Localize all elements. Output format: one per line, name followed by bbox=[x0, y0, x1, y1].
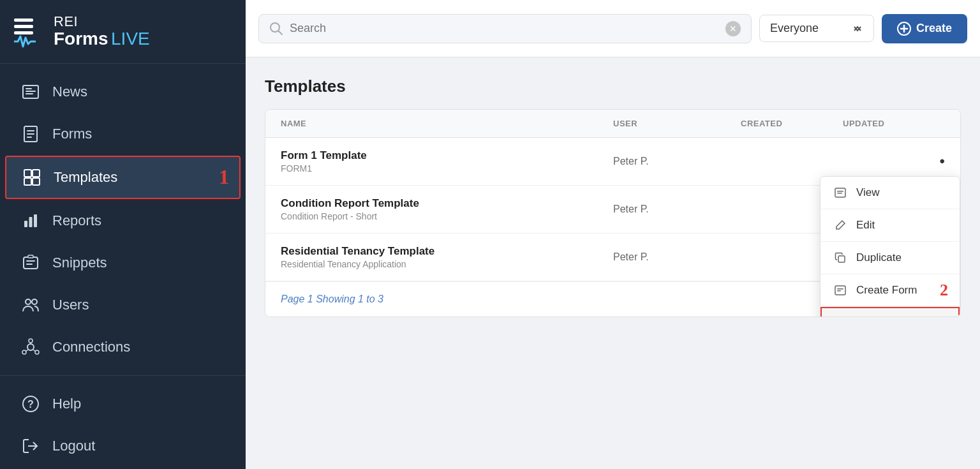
edit-icon bbox=[833, 218, 847, 232]
search-clear-button[interactable]: ✕ bbox=[725, 21, 741, 36]
row-1-name-sub: FORM1 bbox=[281, 163, 613, 174]
svg-point-27 bbox=[35, 350, 39, 354]
chevron-icon bbox=[852, 23, 863, 34]
svg-rect-21 bbox=[28, 255, 33, 258]
svg-rect-2 bbox=[14, 31, 33, 34]
svg-rect-20 bbox=[26, 264, 33, 265]
topbar: ✕ Everyone Create bbox=[246, 0, 980, 57]
sidebar-label-news: News bbox=[52, 84, 87, 100]
svg-rect-5 bbox=[26, 91, 36, 92]
row-1-menu-button[interactable]: • bbox=[843, 153, 945, 170]
svg-rect-41 bbox=[837, 193, 842, 194]
templates-table: NAME USER CREATED UPDATED Form 1 Templat… bbox=[265, 109, 961, 317]
sidebar-item-templates[interactable]: Templates 1 bbox=[5, 156, 241, 199]
sidebar-label-snippets: Snippets bbox=[52, 255, 107, 271]
templates-icon bbox=[22, 167, 42, 188]
row-1-name-main: Form 1 Template bbox=[281, 149, 613, 162]
app-logo: REI Forms LIVE bbox=[0, 0, 246, 64]
svg-rect-6 bbox=[26, 93, 33, 94]
sidebar-item-snippets[interactable]: Snippets bbox=[5, 242, 241, 283]
svg-text:?: ? bbox=[27, 399, 34, 410]
logout-icon bbox=[20, 436, 41, 456]
row-2-name-sub: Condition Report - Short bbox=[281, 211, 613, 221]
sidebar-nav: News Forms bbox=[0, 64, 246, 375]
svg-rect-19 bbox=[26, 260, 35, 262]
row-2-user: Peter P. bbox=[613, 204, 741, 215]
news-icon bbox=[20, 82, 41, 102]
svg-point-23 bbox=[32, 299, 37, 304]
row-1-name: Form 1 Template FORM1 bbox=[281, 149, 613, 174]
sidebar-label-reports: Reports bbox=[52, 212, 101, 229]
row-2-name-main: Condition Report Template bbox=[281, 197, 613, 210]
svg-rect-15 bbox=[24, 221, 27, 227]
svg-rect-4 bbox=[26, 88, 32, 89]
row-1-user: Peter P. bbox=[613, 156, 741, 167]
row-3-user: Peter P. bbox=[613, 251, 741, 263]
header-created: CREATED bbox=[741, 119, 843, 128]
sidebar-item-help[interactable]: ? Help bbox=[5, 383, 241, 424]
sidebar-label-help: Help bbox=[52, 396, 81, 412]
svg-rect-17 bbox=[34, 214, 37, 227]
menu-item-duplicate[interactable]: Duplicate bbox=[820, 242, 960, 274]
plus-icon bbox=[897, 22, 911, 36]
svg-rect-10 bbox=[27, 137, 32, 138]
badge-1: 1 bbox=[219, 165, 229, 189]
sidebar-item-reports[interactable]: Reports bbox=[5, 200, 241, 241]
header-name: NAME bbox=[281, 119, 613, 128]
duplicate-icon bbox=[833, 251, 847, 265]
sidebar-label-connections: Connections bbox=[52, 339, 130, 355]
menu-item-create-form[interactable]: Create Form 2 bbox=[820, 274, 960, 307]
svg-point-24 bbox=[27, 344, 34, 350]
svg-rect-45 bbox=[837, 290, 841, 292]
logo-text: REI Forms LIVE bbox=[54, 14, 150, 49]
svg-rect-9 bbox=[27, 133, 34, 135]
menu-item-view[interactable]: View bbox=[820, 177, 960, 209]
help-icon: ? bbox=[20, 394, 41, 414]
search-input[interactable] bbox=[290, 22, 719, 35]
svg-rect-8 bbox=[27, 130, 34, 131]
sidebar-label-templates: Templates bbox=[54, 169, 117, 186]
search-box[interactable]: ✕ bbox=[258, 14, 752, 43]
row-3-name-main: Residential Tenancy Template bbox=[281, 245, 613, 258]
reports-icon bbox=[20, 211, 41, 231]
header-updated: UPDATED bbox=[843, 119, 945, 128]
sidebar: REI Forms LIVE News bbox=[0, 0, 246, 469]
menu-item-delete[interactable]: Delete bbox=[820, 307, 960, 317]
header-user: USER bbox=[613, 119, 741, 128]
menu-edit-label: Edit bbox=[856, 219, 875, 232]
logo-live: LIVE bbox=[111, 29, 150, 48]
sidebar-item-logout[interactable]: Logout bbox=[5, 426, 241, 466]
table-header: NAME USER CREATED UPDATED bbox=[265, 110, 960, 138]
logo-rei: REI bbox=[54, 14, 150, 29]
search-icon bbox=[269, 22, 283, 36]
logo-forms: Forms bbox=[54, 29, 108, 48]
svg-line-35 bbox=[279, 31, 283, 34]
sidebar-item-connections[interactable]: Connections bbox=[5, 327, 241, 368]
svg-rect-11 bbox=[24, 170, 31, 177]
sidebar-item-forms[interactable]: Forms bbox=[5, 114, 241, 154]
create-form-icon bbox=[833, 283, 847, 297]
menu-create-form-label: Create Form bbox=[856, 284, 917, 297]
sidebar-label-logout: Logout bbox=[52, 438, 95, 454]
create-button[interactable]: Create bbox=[882, 14, 967, 43]
menu-item-edit[interactable]: Edit bbox=[820, 209, 960, 242]
snippets-icon bbox=[20, 253, 41, 273]
content-area: Templates NAME USER CREATED UPDATED Form… bbox=[246, 57, 980, 469]
users-icon bbox=[20, 295, 41, 315]
sidebar-item-users[interactable]: Users bbox=[5, 285, 241, 325]
sidebar-item-news[interactable]: News bbox=[5, 71, 241, 112]
sidebar-bottom: ? Help Logout bbox=[0, 375, 246, 469]
everyone-select[interactable]: Everyone bbox=[759, 15, 874, 42]
svg-rect-13 bbox=[24, 178, 31, 185]
svg-point-26 bbox=[22, 350, 26, 354]
connections-icon bbox=[20, 337, 41, 357]
svg-rect-14 bbox=[33, 178, 40, 185]
main-area: ✕ Everyone Create Templates NAME USER CR bbox=[246, 0, 980, 469]
forms-icon bbox=[20, 124, 41, 144]
row-3-name-sub: Residential Tenancy Application bbox=[281, 259, 613, 269]
svg-rect-42 bbox=[838, 256, 845, 262]
svg-rect-40 bbox=[837, 191, 843, 192]
svg-point-25 bbox=[29, 339, 33, 343]
svg-rect-12 bbox=[33, 170, 40, 177]
view-icon bbox=[833, 186, 847, 200]
